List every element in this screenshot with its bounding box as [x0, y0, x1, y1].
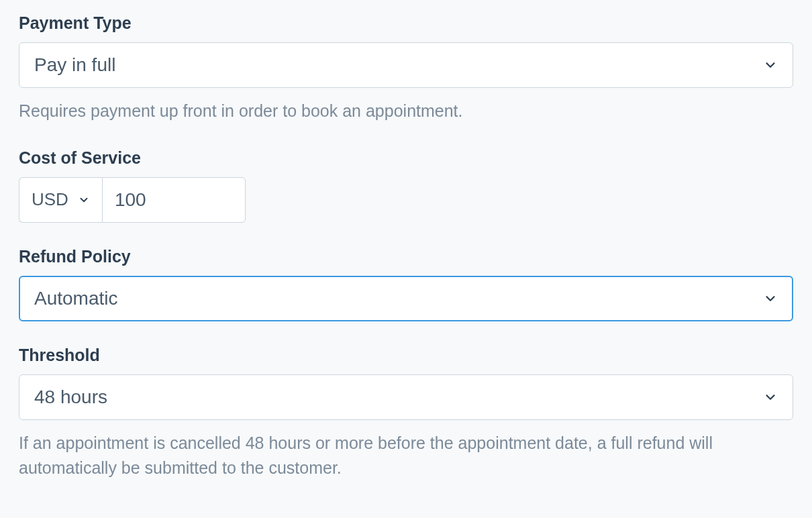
threshold-value: 48 hours	[34, 386, 107, 408]
threshold-select[interactable]: 48 hours	[19, 374, 793, 420]
payment-type-section: Payment Type Pay in full Requires paymen…	[19, 13, 793, 124]
chevron-down-icon	[763, 58, 778, 72]
cost-amount-input[interactable]	[102, 177, 246, 223]
refund-policy-value: Automatic	[34, 288, 118, 309]
payment-type-value: Pay in full	[34, 54, 115, 76]
cost-of-service-label: Cost of Service	[19, 148, 793, 168]
refund-policy-label: Refund Policy	[19, 247, 793, 266]
payment-type-helper: Requires payment up front in order to bo…	[19, 99, 793, 124]
currency-value: USD	[32, 189, 68, 210]
payment-type-label: Payment Type	[19, 13, 793, 33]
refund-policy-select[interactable]: Automatic	[19, 276, 793, 321]
refund-policy-section: Refund Policy Automatic	[19, 247, 793, 321]
currency-select[interactable]: USD	[19, 177, 102, 223]
cost-row: USD	[19, 177, 793, 223]
threshold-helper: If an appointment is cancelled 48 hours …	[19, 431, 793, 481]
chevron-down-icon	[763, 390, 778, 405]
chevron-down-icon	[78, 194, 90, 206]
threshold-section: Threshold 48 hours If an appointment is …	[19, 346, 793, 481]
chevron-down-icon	[763, 291, 778, 306]
cost-of-service-section: Cost of Service USD	[19, 148, 793, 223]
payment-type-select[interactable]: Pay in full	[19, 42, 793, 88]
threshold-label: Threshold	[19, 346, 793, 365]
